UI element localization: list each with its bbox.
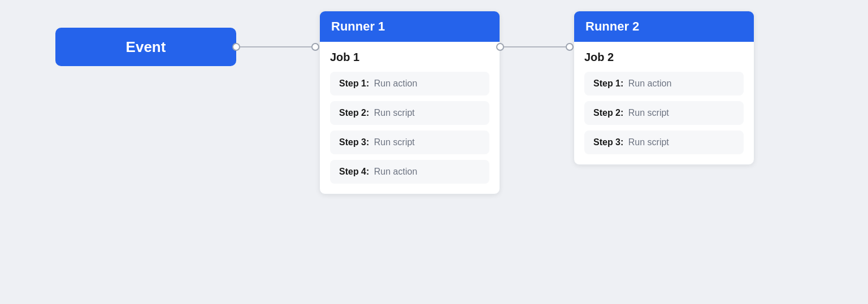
runner2-step3-label: Step 3:: [593, 137, 623, 147]
runner1-step4-label: Step 4:: [339, 167, 369, 177]
runner2-header: Runner 2: [574, 11, 754, 42]
runner2-body: Job 2 Step 1: Run action Step 2: Run scr…: [574, 42, 754, 164]
event-node[interactable]: Event: [55, 28, 236, 66]
runner2-step-3[interactable]: Step 3: Run script: [584, 131, 744, 154]
runner1-step4-action: Run action: [371, 167, 417, 177]
runner1-step-2[interactable]: Step 2: Run script: [330, 101, 489, 125]
event-title: Event: [126, 38, 166, 56]
runner2-step2-action: Run script: [626, 108, 669, 118]
runner2-job-title: Job 2: [584, 51, 744, 64]
runner2-step3-action: Run script: [626, 137, 669, 147]
runner1-step1-action: Run action: [371, 79, 417, 89]
connector-dot-runner1-right: [496, 43, 504, 51]
runner2-step-1[interactable]: Step 1: Run action: [584, 72, 744, 95]
runner1-step-3[interactable]: Step 3: Run script: [330, 131, 489, 154]
runner1-step3-label: Step 3:: [339, 137, 369, 147]
runner2-title: Runner 2: [585, 19, 639, 34]
runner1-title: Runner 1: [331, 19, 385, 34]
runner1-body: Job 1 Step 1: Run action Step 2: Run scr…: [320, 42, 500, 194]
runner1-node[interactable]: Runner 1 Job 1 Step 1: Run action Step 2…: [319, 11, 500, 194]
runner1-step2-label: Step 2:: [339, 108, 369, 118]
runner1-job-title: Job 1: [330, 51, 489, 64]
runner2-step1-action: Run action: [626, 79, 671, 89]
runner1-step2-action: Run script: [371, 108, 414, 118]
runner1-header: Runner 1: [320, 11, 500, 42]
runner1-step-1[interactable]: Step 1: Run action: [330, 72, 489, 95]
runner2-step-2[interactable]: Step 2: Run script: [584, 101, 744, 125]
runner1-step-4[interactable]: Step 4: Run action: [330, 160, 489, 184]
runner2-step2-label: Step 2:: [593, 108, 623, 118]
runner1-step1-label: Step 1:: [339, 79, 369, 89]
workflow-canvas: Event Runner 1 Job 1 Step 1: Run action …: [38, 11, 830, 293]
runner2-step1-label: Step 1:: [593, 79, 623, 89]
connector-dot-runner1-left: [311, 43, 319, 51]
connector-dot-event-right: [232, 43, 240, 51]
runner2-node[interactable]: Runner 2 Job 2 Step 1: Run action Step 2…: [574, 11, 754, 165]
connector-dot-runner2-left: [566, 43, 574, 51]
runner1-step3-action: Run script: [371, 137, 414, 147]
